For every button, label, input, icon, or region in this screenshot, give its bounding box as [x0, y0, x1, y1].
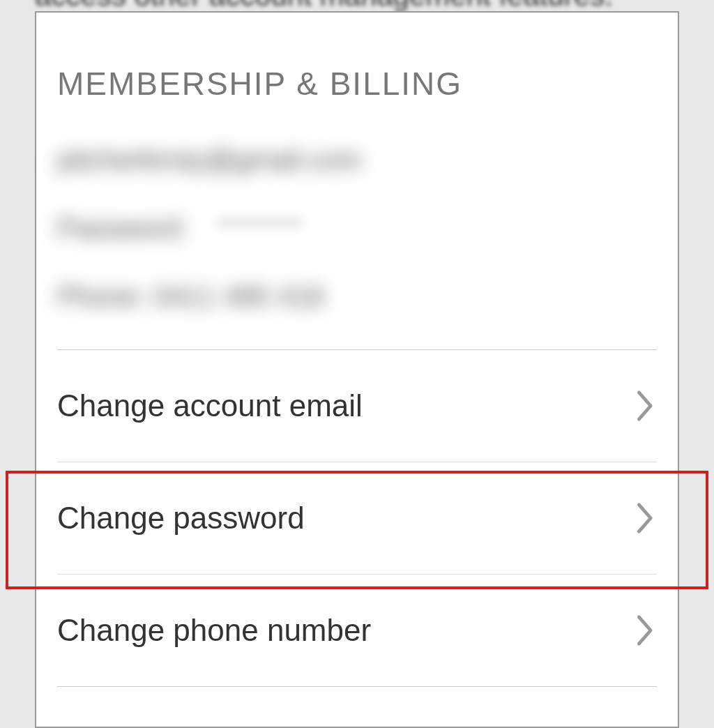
section-title: MEMBERSHIP & BILLING — [57, 65, 678, 103]
change-email-label: Change account email — [57, 388, 363, 423]
membership-billing-panel: MEMBERSHIP & BILLING pitcherkirsty@gmail… — [35, 11, 679, 728]
chevron-right-icon — [635, 614, 657, 647]
chevron-right-icon — [635, 501, 657, 535]
change-password-label: Change password — [57, 501, 305, 536]
change-phone-label: Change phone number — [57, 613, 371, 648]
change-phone-link[interactable]: Change phone number — [36, 575, 678, 686]
blurred-password-value: ********** — [218, 216, 303, 236]
divider — [57, 686, 657, 687]
blurred-email: pitcherkirsty@gmail.com — [57, 144, 361, 176]
blurred-password-label: Password: — [57, 213, 188, 244]
blurred-phone: Phone: 0411 495 418 — [57, 281, 324, 312]
chevron-right-icon — [635, 389, 657, 423]
account-info-blurred: pitcherkirsty@gmail.com Password: ******… — [57, 144, 678, 314]
change-password-link[interactable]: Change password — [36, 462, 678, 574]
change-email-link[interactable]: Change account email — [36, 350, 678, 462]
